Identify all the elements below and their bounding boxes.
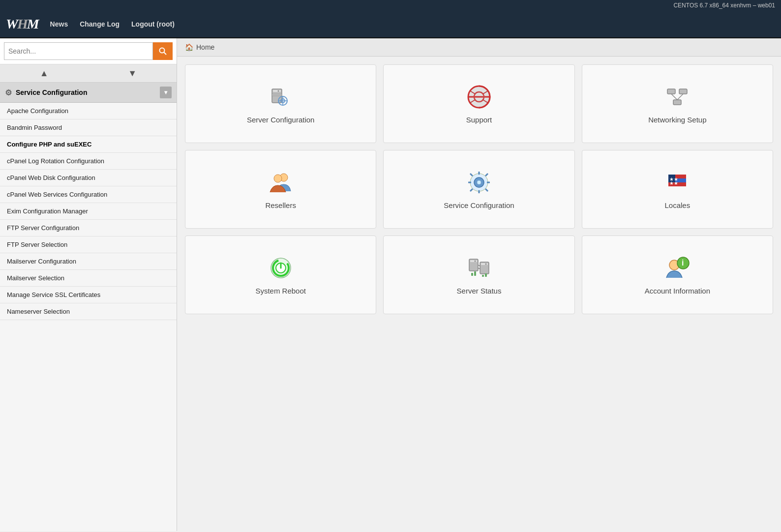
card-server-config-label: Server Configuration: [247, 116, 315, 124]
breadcrumb-home: Home: [196, 43, 214, 51]
sidebar-item-bandmin[interactable]: Bandmin Password: [0, 119, 177, 136]
search-button[interactable]: [153, 42, 173, 60]
sidebar-item-ftp-selection[interactable]: FTP Server Selection: [0, 236, 177, 253]
card-resellers[interactable]: Resellers: [185, 150, 376, 229]
card-resellers-label: Resellers: [265, 201, 296, 209]
scroll-arrows: ▲ ▼: [0, 64, 177, 83]
system-reboot-icon: [268, 255, 294, 281]
card-server-config[interactable]: Server Configuration: [185, 64, 376, 143]
service-config-label: Service Configuration: [16, 89, 87, 96]
svg-point-4: [277, 90, 279, 91]
svg-rect-18: [667, 89, 675, 94]
svg-rect-57: [482, 275, 484, 277]
sidebar-item-exim[interactable]: Exim Configuration Manager: [0, 203, 177, 220]
svg-rect-19: [679, 89, 687, 94]
sidebar-item-log-rotation[interactable]: cPanel Log Rotation Configuration: [0, 153, 177, 170]
layout: ▲ ▼ ⚙ Service Configuration ▾ Apache Con…: [0, 38, 781, 531]
logo: WHM: [6, 16, 38, 32]
server-info: CENTOS 6.7 x86_64 xenhvm – web01: [673, 2, 775, 9]
svg-rect-20: [673, 100, 681, 105]
svg-line-32: [470, 174, 473, 176]
sidebar-item-ftp-config[interactable]: FTP Server Configuration: [0, 220, 177, 236]
support-icon: [466, 84, 492, 110]
card-locales[interactable]: ★★ ★★ Locales: [582, 150, 773, 229]
server-status-icon: [466, 255, 492, 281]
locales-icon: ★★ ★★: [664, 170, 690, 195]
logout-link[interactable]: Logout (root): [131, 20, 175, 28]
card-system-reboot[interactable]: System Reboot: [185, 236, 376, 314]
breadcrumb: 🏠 Home: [177, 38, 781, 57]
scroll-down-button[interactable]: ▼: [89, 64, 177, 82]
sidebar-item-mailserver-config[interactable]: Mailserver Configuration: [0, 253, 177, 270]
gear-icon: ⚙: [5, 88, 12, 97]
sidebar-item-php[interactable]: Configure PHP and suEXEC: [0, 136, 177, 153]
search-bar: [0, 38, 177, 64]
card-service-config[interactable]: Service Configuration: [383, 150, 574, 229]
card-networking-label: Networking Setup: [648, 116, 706, 124]
chevron-down-icon: ▾: [160, 87, 172, 98]
scroll-up-button[interactable]: ▲: [0, 64, 89, 82]
svg-point-0: [160, 48, 165, 53]
sidebar-item-apache[interactable]: Apache Configuration: [0, 103, 177, 119]
svg-point-24: [274, 175, 282, 182]
sidebar-item-web-services[interactable]: cPanel Web Services Configuration: [0, 186, 177, 203]
svg-line-34: [485, 174, 488, 176]
card-support-label: Support: [466, 116, 492, 124]
search-input[interactable]: [4, 42, 153, 60]
sidebar-item-web-disk[interactable]: cPanel Web Disk Configuration: [0, 170, 177, 186]
card-grid: Server Configuration Support: [177, 57, 781, 322]
card-support[interactable]: Support: [383, 64, 574, 143]
home-icon: 🏠: [185, 43, 193, 51]
svg-line-22: [677, 94, 683, 100]
svg-text:★★: ★★: [669, 180, 678, 186]
resellers-icon: [268, 170, 294, 195]
svg-rect-55: [471, 273, 473, 276]
service-config-header[interactable]: ⚙ Service Configuration ▾: [0, 83, 177, 103]
card-account-info[interactable]: i Account Information: [582, 236, 773, 314]
account-info-icon: i: [664, 255, 690, 281]
svg-text:i: i: [682, 259, 684, 267]
svg-rect-58: [485, 273, 487, 277]
news-link[interactable]: News: [50, 20, 68, 28]
svg-rect-56: [474, 271, 476, 276]
card-system-reboot-label: System Reboot: [255, 287, 306, 295]
card-locales-label: Locales: [664, 201, 690, 209]
service-config-icon: [466, 170, 492, 195]
sidebar: ▲ ▼ ⚙ Service Configuration ▾ Apache Con…: [0, 38, 177, 531]
topbar: CENTOS 6.7 x86_64 xenhvm – web01: [0, 0, 781, 11]
svg-rect-5: [272, 94, 282, 96]
svg-line-35: [470, 189, 473, 191]
svg-line-21: [671, 94, 677, 100]
card-networking[interactable]: Networking Setup: [582, 64, 773, 143]
svg-line-33: [485, 189, 488, 191]
svg-rect-3: [273, 90, 281, 92]
card-account-info-label: Account Information: [645, 287, 710, 295]
svg-point-52: [485, 263, 486, 265]
main-content: 🏠 Home Server Conf: [177, 38, 781, 531]
svg-rect-48: [470, 260, 477, 262]
changelog-link[interactable]: Change Log: [80, 20, 120, 28]
svg-point-49: [474, 260, 476, 262]
networking-icon: [664, 84, 690, 110]
svg-line-1: [164, 53, 167, 55]
search-icon: [158, 47, 167, 56]
sidebar-item-mailserver-selection[interactable]: Mailserver Selection: [0, 270, 177, 287]
header: WHM News Change Log Logout (root): [0, 11, 781, 38]
sidebar-item-ssl[interactable]: Manage Service SSL Certificates: [0, 287, 177, 303]
card-server-status[interactable]: Server Status: [383, 236, 574, 314]
svg-rect-51: [481, 263, 488, 265]
sidebar-item-nameserver[interactable]: Nameserver Selection: [0, 303, 177, 320]
server-config-icon: [268, 84, 294, 110]
svg-point-27: [477, 180, 481, 184]
card-server-status-label: Server Status: [457, 287, 502, 295]
sidebar-items: Apache Configuration Bandmin Password Co…: [0, 103, 177, 531]
card-service-config-label: Service Configuration: [444, 201, 514, 209]
